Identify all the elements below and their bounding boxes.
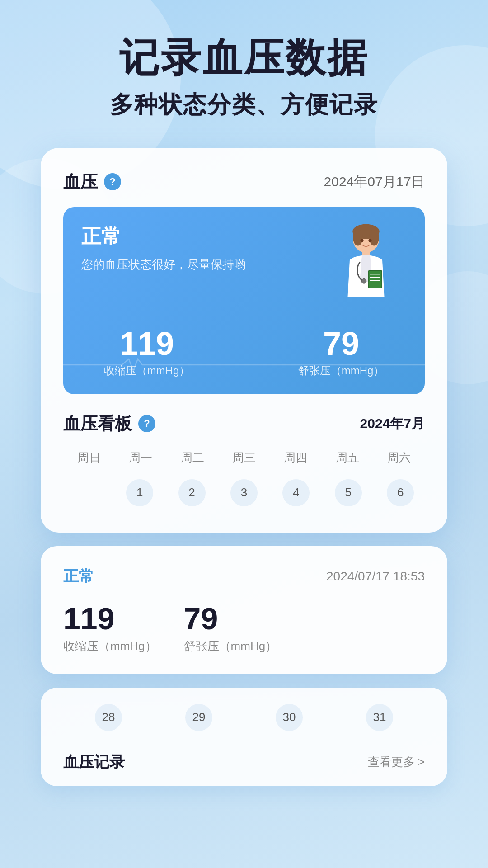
main-card: 血压 ? 2024年07月17日 正常 您的血压状态很好，尽量保持哟 [41, 148, 447, 533]
doctor-figure [334, 223, 407, 305]
day-header-tue: 周二 [167, 446, 218, 469]
record-metrics: 119 收缩压（mmHg） 79 舒张压（mmHg） [63, 603, 425, 654]
bp-board-title-group: 血压看板 ? [63, 412, 155, 435]
record-systolic-item: 119 收缩压（mmHg） [63, 603, 157, 654]
svg-point-2 [353, 229, 363, 245]
card-title-group: 血压 ? [63, 170, 121, 193]
help-icon[interactable]: ? [104, 173, 121, 190]
calendar-cell-28[interactable]: 28 [95, 701, 122, 734]
page-sub-title: 多种状态分类、方便记录 [110, 89, 378, 121]
calendar-number-2[interactable]: 2 [178, 479, 206, 506]
page-main-title: 记录血压数据 [119, 36, 369, 80]
calendar-cell-31[interactable]: 31 [366, 701, 393, 734]
status-text-group: 正常 您的血压状态很好，尽量保持哟 [81, 223, 334, 273]
bp-board-month: 2024年7月 [360, 415, 425, 433]
calendar-number-6[interactable]: 6 [387, 479, 414, 506]
calendar-cell-30[interactable]: 30 [276, 701, 303, 734]
bp-board-help-icon[interactable]: ? [138, 415, 155, 432]
record-systolic-label: 收缩压（mmHg） [63, 638, 157, 654]
record-diastolic-item: 79 舒张压（mmHg） [184, 603, 277, 654]
status-label: 正常 [81, 223, 334, 250]
card-date: 2024年07月17日 [324, 173, 425, 191]
calendar-cell-2[interactable]: 2 [168, 476, 216, 509]
bp-board-header: 血压看板 ? 2024年7月 [63, 412, 425, 435]
day-header-sun: 周日 [63, 446, 115, 469]
calendar-number-28[interactable]: 28 [95, 704, 122, 731]
record-systolic-value: 119 [63, 603, 157, 634]
calendar-grid: 周日 周一 周二 周三 周四 周五 周六 1 2 3 [63, 446, 425, 509]
calendar-number-31[interactable]: 31 [366, 704, 393, 731]
calendar-row-1: 1 2 3 4 5 6 [63, 476, 425, 509]
svg-point-5 [368, 239, 371, 242]
calendar-number-29[interactable]: 29 [185, 704, 212, 731]
record-diastolic-label: 舒张压（mmHg） [184, 638, 277, 654]
record-status: 正常 [63, 566, 94, 587]
bottom-cal-row: 28 29 30 31 [63, 701, 425, 734]
card-title: 血压 [63, 170, 98, 193]
view-more-link[interactable]: 查看更多 > [368, 754, 425, 770]
calendar-cell-3[interactable]: 3 [220, 476, 268, 509]
status-desc: 您的血压状态很好，尽量保持哟 [81, 256, 334, 273]
calendar-cell-29[interactable]: 29 [185, 701, 212, 734]
systolic-value: 119 [104, 327, 190, 360]
bp-records-footer: 血压记录 查看更多 > [63, 747, 425, 773]
record-card: 正常 2024/07/17 18:53 119 收缩压（mmHg） 79 舒张压… [41, 546, 447, 674]
calendar-cell-4[interactable]: 4 [272, 476, 320, 509]
day-header-thu: 周四 [270, 446, 321, 469]
calendar-number-empty [74, 479, 101, 506]
calendar-number-30[interactable]: 30 [276, 704, 303, 731]
calendar-header-row: 周日 周一 周二 周三 周四 周五 周六 [63, 446, 425, 469]
day-header-wed: 周三 [218, 446, 270, 469]
calendar-cell-empty [63, 476, 112, 509]
bp-records-label: 血压记录 [63, 752, 125, 773]
calendar-cell-1[interactable]: 1 [115, 476, 164, 509]
diastolic-value: 79 [298, 327, 385, 360]
svg-point-3 [369, 229, 379, 245]
bp-board-title: 血压看板 [63, 412, 132, 435]
calendar-number-4[interactable]: 4 [282, 479, 310, 506]
status-banner: 正常 您的血压状态很好，尽量保持哟 [63, 207, 425, 394]
svg-point-7 [361, 278, 366, 283]
bottom-calendar-section: 28 29 30 31 血压记录 查看更多 > [41, 688, 447, 786]
day-header-sat: 周六 [373, 446, 425, 469]
calendar-number-1[interactable]: 1 [126, 479, 153, 506]
day-header-fri: 周五 [321, 446, 373, 469]
day-header-mon: 周一 [115, 446, 166, 469]
card-header: 血压 ? 2024年07月17日 [63, 170, 425, 193]
calendar-cell-6[interactable]: 6 [376, 476, 425, 509]
record-datetime: 2024/07/17 18:53 [326, 569, 425, 584]
status-banner-top: 正常 您的血压状态很好，尽量保持哟 [81, 223, 407, 305]
record-diastolic-value: 79 [184, 603, 277, 634]
calendar-number-3[interactable]: 3 [230, 479, 258, 506]
record-card-header: 正常 2024/07/17 18:53 [63, 566, 425, 587]
calendar-number-5[interactable]: 5 [335, 479, 362, 506]
calendar-cell-5[interactable]: 5 [324, 476, 372, 509]
svg-point-4 [360, 239, 363, 242]
svg-rect-9 [369, 271, 381, 288]
